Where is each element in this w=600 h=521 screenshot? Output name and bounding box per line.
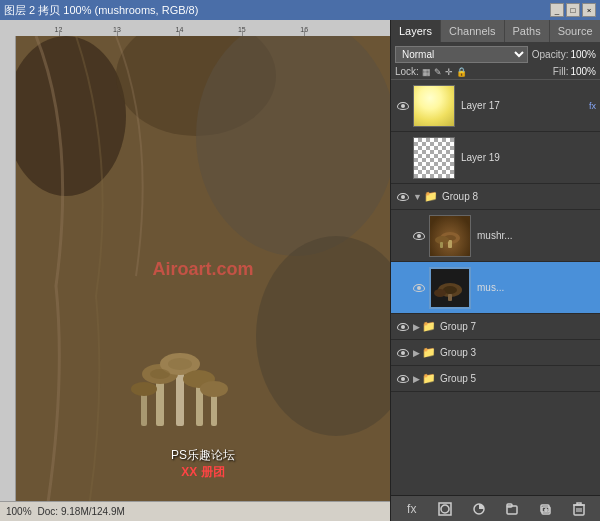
layer-item-group5[interactable]: ▶ 📁 Group 5 (391, 366, 600, 392)
fill-value[interactable]: 100% (570, 66, 596, 77)
lock-row: Lock: ▦ ✎ ✛ 🔒 (395, 66, 467, 77)
eye-icon-group5 (397, 375, 409, 383)
thumb-inner-mushr2 (431, 269, 469, 307)
visibility-mushr1[interactable] (411, 228, 427, 244)
svg-rect-21 (440, 242, 443, 248)
eye-icon-mushr2 (413, 284, 425, 292)
title-text: 图层 2 拷贝 100% (mushrooms, RGB/8) (4, 3, 198, 18)
visibility-group8[interactable] (395, 189, 411, 205)
svg-point-27 (441, 505, 449, 513)
canvas-image: Airoart.com PS乐趣论坛 XX 册团 (16, 36, 390, 501)
svg-point-15 (150, 369, 170, 379)
blend-mode-select[interactable]: Normal Multiply Screen (395, 46, 528, 63)
layer-item-group8[interactable]: ▼ 📁 Group 8 (391, 184, 600, 210)
ruler-top: 12 13 14 15 16 (0, 20, 390, 36)
canvas-content[interactable]: Airoart.com PS乐趣论坛 XX 册团 (16, 36, 390, 501)
svg-rect-24 (448, 294, 452, 301)
layer-item-layer19[interactable]: Layer 19 (391, 132, 600, 184)
minimize-button[interactable]: _ (550, 3, 564, 17)
mask-button[interactable] (435, 499, 455, 519)
svg-point-16 (168, 358, 192, 370)
eye-icon-group3 (397, 349, 409, 357)
layer-name-mushr2: mus... (477, 282, 596, 293)
layers-controls: Normal Multiply Screen Opacity: 100% Loc… (391, 42, 600, 80)
layers-list[interactable]: Layer 17 fx Layer 19 ▼ 📁 Group 8 (391, 80, 600, 495)
tab-channels[interactable]: Channels (441, 20, 504, 42)
opacity-row: Opacity: 100% (532, 49, 596, 60)
close-button[interactable]: × (582, 3, 596, 17)
visibility-layer17[interactable] (395, 98, 411, 114)
group-button[interactable] (502, 499, 522, 519)
tab-layers[interactable]: Layers (391, 20, 441, 42)
thumb-layer17 (413, 85, 455, 127)
group8-arrow[interactable]: ▼ (413, 192, 422, 202)
group-name-group5: Group 5 (440, 373, 476, 384)
thumb-mushr2 (429, 267, 471, 309)
group-name-group7: Group 7 (440, 321, 476, 332)
visibility-group3[interactable] (395, 345, 411, 361)
folder-icon-group8: 📁 (424, 190, 438, 203)
eye-icon-mushr1 (413, 232, 425, 240)
maximize-button[interactable]: □ (566, 3, 580, 17)
fill-row: Fill: 100% (553, 66, 596, 77)
bottom-info: PS乐趣论坛 XX 册团 (16, 447, 390, 481)
forum-text2: XX 册团 (16, 464, 390, 481)
fill-label: Fill: (553, 66, 569, 77)
eye-icon-layer17 (397, 102, 409, 110)
doc-info: Doc: 9.18M/124.9M (38, 506, 125, 517)
folder-icon-group3: 📁 (422, 346, 436, 359)
tab-paths[interactable]: Paths (505, 20, 550, 42)
layer-item-group7[interactable]: ▶ 📁 Group 7 (391, 314, 600, 340)
lock-label: Lock: (395, 66, 419, 77)
fx-button[interactable]: fx (402, 499, 422, 519)
lock-all-icon[interactable]: 🔒 (456, 67, 467, 77)
group7-arrow[interactable]: ▶ (413, 322, 420, 332)
adjustment-button[interactable] (469, 499, 489, 519)
thumb-mushr1 (429, 215, 471, 257)
svg-point-25 (434, 289, 446, 297)
lock-paint-icon[interactable]: ✎ (434, 67, 442, 77)
window-controls: _ □ × (550, 3, 596, 17)
eye-icon-group7 (397, 323, 409, 331)
tab-source[interactable]: Source (550, 20, 600, 42)
canvas-body: Airoart.com PS乐趣论坛 XX 册团 (0, 36, 390, 501)
main-layout: 12 13 14 15 16 (0, 20, 600, 521)
layers-tabs: Layers Channels Paths Source (391, 20, 600, 42)
svg-point-13 (200, 381, 228, 397)
blend-row: Normal Multiply Screen Opacity: 100% (395, 46, 596, 63)
visibility-group5[interactable] (395, 371, 411, 387)
svg-point-14 (131, 382, 157, 396)
layers-toolbar: fx (391, 495, 600, 521)
visibility-group7[interactable] (395, 319, 411, 335)
title-bar: 图层 2 拷贝 100% (mushrooms, RGB/8) _ □ × (0, 0, 600, 20)
thumb-layer19 (413, 137, 455, 179)
group5-arrow[interactable]: ▶ (413, 374, 420, 384)
new-layer-button[interactable] (536, 499, 556, 519)
layer-item-mushr2[interactable]: mus... (391, 262, 600, 314)
visibility-mushr2[interactable] (411, 280, 427, 296)
zoom-level: 100% (6, 506, 32, 517)
opacity-value[interactable]: 100% (570, 49, 596, 60)
group3-arrow[interactable]: ▶ (413, 348, 420, 358)
folder-icon-group5: 📁 (422, 372, 436, 385)
layer-fx-layer17: fx (589, 101, 596, 111)
group-name-group3: Group 3 (440, 347, 476, 358)
delete-layer-button[interactable] (569, 499, 589, 519)
group-name-group8: Group 8 (442, 191, 478, 202)
lock-transparent-icon[interactable]: ▦ (422, 67, 431, 77)
canvas-area: 12 13 14 15 16 (0, 20, 390, 521)
layer-name-mushr1: mushr... (477, 230, 596, 241)
layer-name-layer19: Layer 19 (461, 152, 596, 163)
svg-rect-9 (141, 391, 147, 426)
thumb-inner-mushr1 (430, 216, 470, 256)
layers-panel: Layers Channels Paths Source Normal Mult… (390, 20, 600, 521)
svg-rect-37 (577, 503, 581, 505)
layer-item-mushr1[interactable]: mushr... (391, 210, 600, 262)
opacity-label: Opacity: (532, 49, 569, 60)
layer-item-layer17[interactable]: Layer 17 fx (391, 80, 600, 132)
visibility-layer19[interactable] (395, 150, 411, 166)
layer-item-group3[interactable]: ▶ 📁 Group 3 (391, 340, 600, 366)
lock-move-icon[interactable]: ✛ (445, 67, 453, 77)
thumb-inner-layer17 (414, 86, 454, 126)
mushroom-scene (16, 36, 390, 501)
